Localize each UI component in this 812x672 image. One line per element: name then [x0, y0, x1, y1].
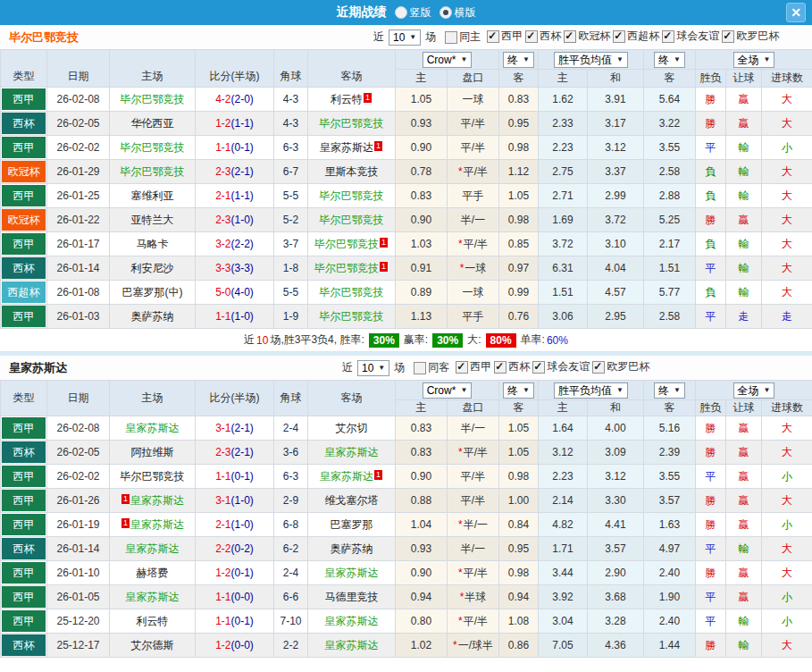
halftime-score: (1-1)	[231, 189, 254, 202]
away-team-link[interactable]: 里斯本竞技	[325, 165, 379, 178]
home-team-link[interactable]: 艾尔德斯	[131, 639, 174, 651]
checkbox-icon[interactable]	[494, 361, 506, 374]
checkbox-icon[interactable]	[592, 361, 605, 374]
checkbox-icon[interactable]	[613, 30, 625, 43]
league-filter-checkbox[interactable]: 欧罗巴杯	[720, 29, 779, 44]
avg-final-select[interactable]: 终	[654, 382, 685, 399]
match-count-select[interactable]: 10	[389, 29, 421, 46]
home-team-link[interactable]: 毕尔巴鄂竞技	[121, 141, 185, 154]
same-venue-checkbox[interactable]: 同主	[443, 29, 481, 45]
horizontal-layout-radio[interactable]	[439, 6, 452, 19]
score-cell: 4-2(2-0)	[196, 88, 274, 112]
home-team-link[interactable]: 毕尔巴鄂竞技	[121, 165, 185, 178]
home-team-link[interactable]: 华伦西亚	[131, 117, 174, 130]
result-wdl: 平	[706, 310, 716, 323]
result-wdl: 勝	[706, 422, 716, 434]
checkbox-icon[interactable]	[564, 30, 576, 43]
away-team-link[interactable]: 毕尔巴鄂竞技	[320, 117, 384, 130]
checkbox-icon[interactable]	[445, 31, 457, 44]
home-team-link[interactable]: 巴塞罗那(中)	[122, 286, 183, 298]
league-filter-checkbox[interactable]: 西甲	[485, 29, 523, 44]
team1-matches-table: 类型 日期 主场 比分(半场) 角球 客场 Crow* 终 胜平负均值 终 全场…	[0, 49, 812, 329]
home-team-link[interactable]: 阿拉维斯	[131, 446, 174, 458]
avg-final-select[interactable]: 终	[654, 52, 685, 68]
home-team-link[interactable]: 皇家苏斯达	[126, 542, 180, 555]
horizontal-layout-label[interactable]: 横版	[455, 5, 476, 21]
home-team-link[interactable]: 塞维利亚	[131, 189, 174, 202]
home-team-link[interactable]: 赫塔费	[137, 567, 169, 579]
away-team-link[interactable]: 艾尔切	[336, 422, 368, 434]
odds-final-select[interactable]: 终	[503, 52, 534, 68]
odds-company-select[interactable]: Crow*	[423, 52, 473, 68]
league-filter-list: 西甲西杯球会友谊欧罗巴杯	[453, 359, 649, 376]
away-team-link[interactable]: 皇家苏斯达	[325, 639, 379, 651]
home-team-link[interactable]: 马略卡	[137, 238, 169, 250]
away-team-link[interactable]: 毕尔巴鄂竞技	[314, 238, 379, 250]
away-team-link[interactable]: 皇家苏斯达	[320, 141, 373, 154]
home-team-link[interactable]: 毕尔巴鄂竞技	[121, 470, 185, 483]
odds-final-select[interactable]: 终	[503, 382, 534, 399]
home-team-link[interactable]: 亚特兰大	[131, 214, 174, 226]
home-team-link[interactable]: 皇家苏斯达	[130, 518, 184, 531]
league-filter-checkbox[interactable]: 欧冠杯	[562, 29, 610, 44]
away-team-link[interactable]: 毕尔巴鄂竞技	[320, 286, 384, 298]
team1-name[interactable]: 毕尔巴鄂竞技	[9, 29, 79, 46]
home-team-link[interactable]: 毕尔巴鄂竞技	[121, 93, 185, 105]
checkbox-icon[interactable]	[525, 30, 538, 43]
handicap-line-cell: 半/一	[448, 416, 499, 441]
home-team-link[interactable]: 利安尼沙	[131, 262, 174, 274]
scope-select[interactable]: 全场	[733, 382, 775, 399]
home-team-link[interactable]: 利云特	[137, 615, 169, 627]
checkbox-icon[interactable]	[722, 30, 734, 43]
checkbox-icon[interactable]	[456, 361, 468, 374]
result-handicap: 走	[739, 310, 749, 323]
home-team-link[interactable]: 皇家苏斯达	[130, 494, 184, 507]
match-row: 西甲 25-12-20 利云特 1-1(0-1) 7-10 皇家苏斯达 0.80…	[1, 609, 812, 634]
checkbox-icon[interactable]	[662, 30, 674, 43]
team2-name[interactable]: 皇家苏斯达	[9, 360, 67, 376]
odds-company-select[interactable]: Crow*	[423, 382, 473, 399]
close-button[interactable]	[786, 3, 806, 22]
away-team-link[interactable]: 利云特	[331, 93, 363, 105]
scope-select[interactable]: 全场	[733, 52, 775, 68]
avg-type-select[interactable]: 胜平负均值	[554, 52, 628, 68]
star-marker: *	[453, 639, 457, 651]
checkbox-icon[interactable]	[414, 362, 426, 374]
away-team-link[interactable]: 皇家苏斯达	[325, 446, 379, 458]
away-team-link[interactable]: 毕尔巴鄂竞技	[320, 214, 384, 226]
avg-type-select[interactable]: 胜平负均值	[554, 382, 628, 399]
same-venue-checkbox[interactable]: 同客	[412, 360, 449, 375]
away-team-link[interactable]: 皇家苏斯达	[325, 615, 379, 627]
league-filter-checkbox[interactable]: 欧罗巴杯	[590, 359, 649, 374]
away-team-link[interactable]: 奥萨苏纳	[331, 542, 373, 555]
league-filter-checkbox[interactable]: 球会友谊	[660, 29, 719, 44]
away-team-link[interactable]: 皇家苏斯达	[320, 470, 373, 483]
vertical-layout-label[interactable]: 竖版	[410, 5, 431, 21]
league-filter-checkbox[interactable]: 西超杯	[611, 29, 659, 44]
corner-count: 5-2	[274, 208, 308, 232]
fulltime-score: 2-1	[215, 189, 230, 202]
league-filter-checkbox[interactable]: 西甲	[454, 359, 491, 374]
avg-home-odds: 3.06	[539, 305, 588, 329]
away-team-link[interactable]: 维戈塞尔塔	[325, 494, 379, 507]
vertical-layout-radio[interactable]	[395, 6, 407, 19]
result-handicap: 贏	[739, 446, 749, 458]
away-team-link[interactable]: 毕尔巴鄂竞技	[320, 310, 384, 323]
league-filter-checkbox[interactable]: 球会友谊	[531, 359, 590, 374]
league-filter-checkbox[interactable]: 西杯	[492, 359, 530, 374]
result-handicap: 輸	[739, 165, 749, 178]
away-team-link[interactable]: 毕尔巴鄂竞技	[320, 189, 384, 202]
away-team-link[interactable]: 毕尔巴鄂竞技	[314, 262, 379, 274]
away-team-link[interactable]: 皇家苏斯达	[325, 567, 379, 579]
handicap-home-odds: 0.93	[396, 112, 448, 136]
home-team-link[interactable]: 奥萨苏纳	[131, 310, 174, 323]
home-team-link[interactable]: 皇家苏斯达	[126, 591, 180, 603]
match-count-select[interactable]: 10	[357, 360, 389, 376]
col-date: 日期	[47, 50, 110, 88]
checkbox-icon[interactable]	[532, 361, 545, 374]
away-team-link[interactable]: 巴塞罗那	[331, 518, 373, 531]
away-team-link[interactable]: 马德里竞技	[325, 591, 379, 603]
home-team-link[interactable]: 皇家苏斯达	[126, 422, 180, 434]
checkbox-icon[interactable]	[487, 30, 499, 43]
league-filter-checkbox[interactable]: 西杯	[523, 29, 561, 44]
